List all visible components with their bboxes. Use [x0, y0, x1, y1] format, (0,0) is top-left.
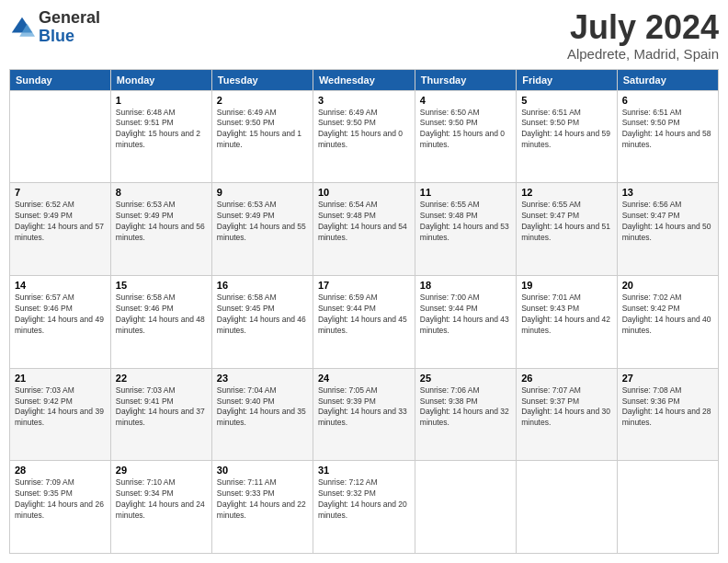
day-cell: 16 Sunrise: 6:58 AM Sunset: 9:45 PM Dayl…	[211, 275, 313, 368]
day-number: 29	[116, 465, 207, 476]
daylight: Daylight: 15 hours and 2 minutes.	[116, 129, 200, 149]
sunset: Sunset: 9:46 PM	[116, 304, 174, 313]
day-number: 4	[420, 95, 511, 106]
sunrise: Sunrise: 6:49 AM	[217, 108, 277, 117]
sunrise: Sunrise: 6:57 AM	[15, 293, 74, 302]
sunset: Sunset: 9:50 PM	[521, 118, 579, 127]
day-number: 26	[521, 373, 612, 384]
day-number: 2	[217, 95, 308, 106]
sunrise: Sunrise: 6:53 AM	[217, 200, 277, 209]
sunrise: Sunrise: 7:06 AM	[420, 385, 480, 395]
day-cell: 28 Sunrise: 7:09 AM Sunset: 9:35 PM Dayl…	[10, 461, 111, 554]
calendar-table: Sunday Monday Tuesday Wednesday Thursday…	[9, 69, 719, 554]
sunset: Sunset: 9:46 PM	[15, 304, 73, 313]
header-tuesday: Tuesday	[211, 69, 313, 90]
day-number: 30	[217, 465, 308, 476]
sunrise: Sunrise: 6:51 AM	[521, 108, 581, 117]
header-thursday: Thursday	[415, 69, 516, 90]
daylight: Daylight: 14 hours and 30 minutes.	[521, 407, 610, 427]
daylight: Daylight: 14 hours and 51 minutes.	[521, 222, 610, 242]
sunrise: Sunrise: 7:03 AM	[116, 385, 176, 395]
sunset: Sunset: 9:50 PM	[318, 118, 376, 127]
day-number: 13	[622, 187, 713, 198]
sunset: Sunset: 9:42 PM	[622, 304, 680, 313]
calendar-page: General Blue July 2024 Alpedrete, Madrid…	[0, 0, 728, 563]
header-friday: Friday	[517, 69, 618, 90]
sunrise: Sunrise: 7:01 AM	[521, 293, 581, 302]
logo: General Blue	[9, 9, 100, 46]
header-wednesday: Wednesday	[313, 69, 415, 90]
day-number: 11	[420, 187, 511, 198]
sunset: Sunset: 9:44 PM	[318, 304, 376, 313]
sunrise: Sunrise: 7:05 AM	[318, 385, 378, 395]
day-info: Sunrise: 6:54 AM Sunset: 9:48 PM Dayligh…	[318, 200, 410, 244]
sunset: Sunset: 9:41 PM	[116, 396, 174, 406]
day-info: Sunrise: 6:56 AM Sunset: 9:47 PM Dayligh…	[622, 200, 713, 244]
logo-general: General	[39, 9, 100, 28]
daylight: Daylight: 14 hours and 54 minutes.	[318, 222, 407, 242]
day-cell: 17 Sunrise: 6:59 AM Sunset: 9:44 PM Dayl…	[313, 275, 415, 368]
day-cell: 21 Sunrise: 7:03 AM Sunset: 9:42 PM Dayl…	[10, 368, 111, 461]
day-info: Sunrise: 6:59 AM Sunset: 9:44 PM Dayligh…	[318, 293, 410, 337]
day-cell	[415, 461, 516, 554]
day-number: 12	[521, 187, 612, 198]
day-cell: 6 Sunrise: 6:51 AM Sunset: 9:50 PM Dayli…	[617, 90, 718, 183]
sunrise: Sunrise: 6:51 AM	[622, 108, 682, 117]
day-cell: 5 Sunrise: 6:51 AM Sunset: 9:50 PM Dayli…	[517, 90, 618, 183]
week-row-1: 1 Sunrise: 6:48 AM Sunset: 9:51 PM Dayli…	[10, 90, 719, 183]
sunrise: Sunrise: 6:48 AM	[116, 108, 176, 117]
sunrise: Sunrise: 7:09 AM	[15, 477, 74, 487]
daylight: Daylight: 14 hours and 58 minutes.	[622, 129, 711, 149]
day-info: Sunrise: 6:58 AM Sunset: 9:46 PM Dayligh…	[116, 293, 207, 337]
day-cell: 11 Sunrise: 6:55 AM Sunset: 9:48 PM Dayl…	[415, 183, 516, 276]
daylight: Daylight: 14 hours and 56 minutes.	[116, 222, 205, 242]
daylight: Daylight: 14 hours and 45 minutes.	[318, 315, 407, 335]
sunset: Sunset: 9:47 PM	[521, 211, 579, 220]
logo-blue: Blue	[39, 28, 100, 46]
day-cell: 12 Sunrise: 6:55 AM Sunset: 9:47 PM Dayl…	[517, 183, 618, 276]
day-cell: 3 Sunrise: 6:49 AM Sunset: 9:50 PM Dayli…	[313, 90, 415, 183]
day-cell: 24 Sunrise: 7:05 AM Sunset: 9:39 PM Dayl…	[313, 368, 415, 461]
daylight: Daylight: 14 hours and 35 minutes.	[217, 407, 306, 427]
sunrise: Sunrise: 7:11 AM	[217, 477, 277, 487]
day-number: 31	[318, 465, 410, 476]
sunset: Sunset: 9:49 PM	[217, 211, 275, 220]
day-cell	[517, 461, 618, 554]
daylight: Daylight: 15 hours and 0 minutes.	[318, 129, 403, 149]
sunrise: Sunrise: 6:58 AM	[217, 293, 277, 302]
sunset: Sunset: 9:48 PM	[318, 211, 376, 220]
sunset: Sunset: 9:34 PM	[116, 488, 174, 498]
day-cell: 26 Sunrise: 7:07 AM Sunset: 9:37 PM Dayl…	[517, 368, 618, 461]
logo-text: General Blue	[39, 9, 100, 46]
sunrise: Sunrise: 6:54 AM	[318, 200, 378, 209]
sunrise: Sunrise: 7:02 AM	[622, 293, 682, 302]
daylight: Daylight: 14 hours and 32 minutes.	[420, 407, 509, 427]
day-cell: 13 Sunrise: 6:56 AM Sunset: 9:47 PM Dayl…	[617, 183, 718, 276]
day-number: 1	[116, 95, 207, 106]
day-info: Sunrise: 6:49 AM Sunset: 9:50 PM Dayligh…	[318, 108, 410, 152]
sunrise: Sunrise: 7:04 AM	[217, 385, 277, 395]
header-sunday: Sunday	[10, 69, 111, 90]
day-info: Sunrise: 7:11 AM Sunset: 9:33 PM Dayligh…	[217, 477, 308, 522]
day-cell: 27 Sunrise: 7:08 AM Sunset: 9:36 PM Dayl…	[617, 368, 718, 461]
sunset: Sunset: 9:35 PM	[15, 488, 73, 498]
daylight: Daylight: 14 hours and 59 minutes.	[521, 129, 610, 149]
daylight: Daylight: 14 hours and 48 minutes.	[116, 315, 205, 335]
week-row-3: 14 Sunrise: 6:57 AM Sunset: 9:46 PM Dayl…	[10, 275, 719, 368]
day-info: Sunrise: 6:55 AM Sunset: 9:47 PM Dayligh…	[521, 200, 612, 244]
day-number: 23	[217, 373, 308, 384]
day-info: Sunrise: 7:05 AM Sunset: 9:39 PM Dayligh…	[318, 385, 410, 430]
day-number: 8	[116, 187, 207, 198]
sunset: Sunset: 9:49 PM	[116, 211, 174, 220]
day-number: 20	[622, 280, 713, 291]
day-number: 24	[318, 373, 410, 384]
week-row-2: 7 Sunrise: 6:52 AM Sunset: 9:49 PM Dayli…	[10, 183, 719, 276]
day-info: Sunrise: 7:07 AM Sunset: 9:37 PM Dayligh…	[521, 385, 612, 430]
day-cell	[617, 461, 718, 554]
location-title: Alpedrete, Madrid, Spain	[567, 46, 719, 62]
sunset: Sunset: 9:40 PM	[217, 396, 275, 406]
day-cell: 25 Sunrise: 7:06 AM Sunset: 9:38 PM Dayl…	[415, 368, 516, 461]
day-info: Sunrise: 6:50 AM Sunset: 9:50 PM Dayligh…	[420, 108, 511, 152]
day-info: Sunrise: 7:04 AM Sunset: 9:40 PM Dayligh…	[217, 385, 308, 430]
week-row-4: 21 Sunrise: 7:03 AM Sunset: 9:42 PM Dayl…	[10, 368, 719, 461]
